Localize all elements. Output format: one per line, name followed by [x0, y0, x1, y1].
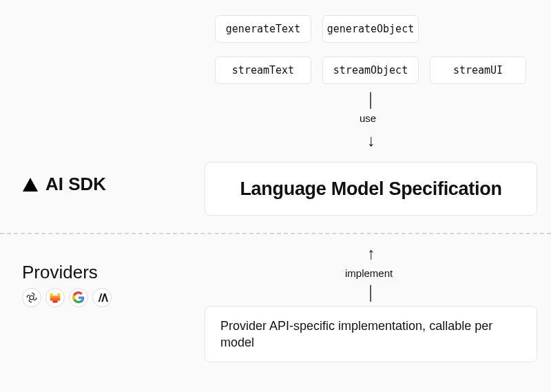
arrow-implement-stem-bottom: │	[364, 285, 378, 301]
fn-streamText: streamText	[215, 56, 311, 84]
anthropic-icon	[92, 288, 112, 307]
fn-streamUI: streamUI	[430, 56, 526, 84]
svg-rect-1	[50, 293, 53, 296]
arrow-implement-head: ↑	[364, 244, 378, 263]
svg-rect-3	[50, 296, 55, 298]
svg-rect-2	[58, 293, 61, 296]
mistral-icon	[45, 288, 65, 307]
providers-label: Providers	[22, 262, 98, 283]
openai-icon	[22, 288, 41, 307]
impl-box: Provider API-specific implementation, ca…	[205, 306, 537, 362]
spec-box: Language Model Specification	[205, 162, 537, 216]
google-icon	[69, 288, 88, 307]
vercel-triangle-icon	[22, 176, 39, 193]
sdk-label-text: AI SDK	[45, 174, 106, 195]
arrow-use-label: use	[360, 112, 376, 124]
svg-rect-4	[55, 296, 60, 298]
fn-generateText: generateText	[215, 15, 311, 43]
fn-generateObject: generateObject	[322, 15, 419, 43]
providers-icon-row	[22, 288, 112, 307]
arrow-implement-label: implement	[345, 267, 393, 279]
sdk-label: AI SDK	[22, 174, 106, 195]
arrow-use-stem-top: │	[364, 92, 378, 108]
svg-point-0	[30, 296, 34, 300]
spec-title: Language Model Specification	[240, 178, 501, 200]
arrow-use-head: ↓	[364, 131, 378, 150]
fn-streamObject: streamObject	[322, 56, 419, 84]
svg-rect-5	[50, 298, 60, 301]
svg-rect-6	[52, 301, 57, 303]
impl-title: Provider API-specific implementation, ca…	[220, 319, 492, 349]
section-divider	[0, 233, 551, 234]
